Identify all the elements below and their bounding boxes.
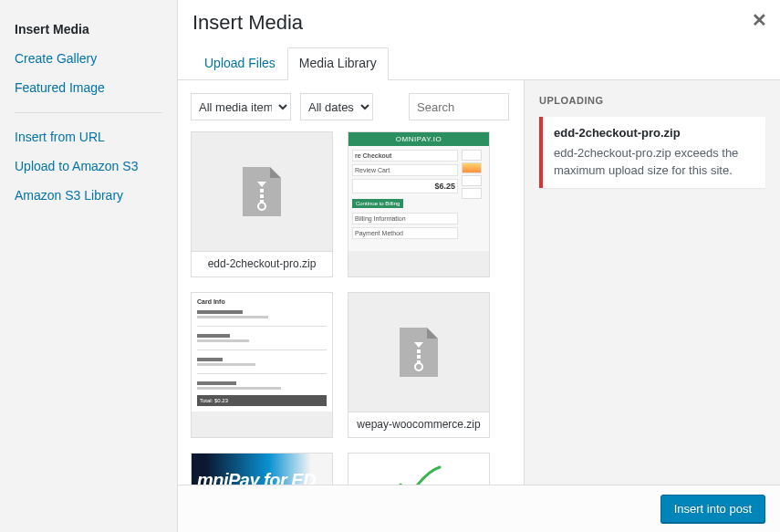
page-title: Insert Media <box>192 11 765 35</box>
upload-error-notice: edd-2checkout-pro.zip edd-2checkout-pro.… <box>539 117 765 187</box>
content-body: All media items All dates <box>178 80 780 485</box>
media-tabs: Upload Files Media Library <box>178 35 780 80</box>
mock-banner-text: OMNIPAY.IO <box>348 132 489 146</box>
zip-file-icon <box>243 167 281 216</box>
attachment-details-panel: UPLOADING edd-2checkout-pro.zip edd-2che… <box>525 80 780 485</box>
attachment-thumb: Card Info Total: $0.23 <box>192 293 332 412</box>
attachment-item[interactable]: OMNIPAY.IO re Checkout Review Cart $6.25… <box>348 131 490 277</box>
uploading-heading: UPLOADING <box>539 95 765 106</box>
content-header: Insert Media <box>178 0 780 35</box>
attachment-item[interactable]: edd-2checkout-pro.zip <box>191 131 333 277</box>
close-icon[interactable]: ✕ <box>752 9 767 31</box>
sidebar-item-amazon-s3-library[interactable]: Amazon S3 Library <box>0 181 177 210</box>
zip-file-icon <box>400 328 438 377</box>
attachment-filename: wepay-woocommerce.zip <box>348 412 489 437</box>
tab-media-library[interactable]: Media Library <box>287 47 389 80</box>
attachments-browser: All media items All dates <box>178 80 525 485</box>
attachments-grid-scroll[interactable]: edd-2checkout-pro.zip OMNIPAY.IO <box>191 131 522 485</box>
attachments-grid: edd-2checkout-pro.zip OMNIPAY.IO <box>191 131 520 485</box>
upload-filename: edd-2checkout-pro.zip <box>554 126 754 140</box>
upload-error-message: edd-2checkout-pro.zip exceeds the maximu… <box>554 145 754 178</box>
sidebar-item-insert-from-url[interactable]: Insert from URL <box>0 122 177 151</box>
attachment-item[interactable] <box>348 453 490 485</box>
attachment-thumb <box>348 454 489 485</box>
insert-media-modal: Insert Media Create Gallery Featured Ima… <box>0 0 780 532</box>
sidebar-item-upload-amazon-s3[interactable]: Upload to Amazon S3 <box>0 151 177 181</box>
attachment-thumb <box>348 293 489 412</box>
sidebar-item-featured-image[interactable]: Featured Image <box>0 73 177 102</box>
modal-footer: Insert into post <box>178 485 780 532</box>
attachment-thumb: mniPay for ED <box>192 454 332 485</box>
tab-upload-files[interactable]: Upload Files <box>192 47 287 80</box>
checkmark-icon <box>396 462 442 485</box>
attachment-item[interactable]: wepay-woocommerce.zip <box>348 292 490 438</box>
attachment-thumb: OMNIPAY.IO re Checkout Review Cart $6.25… <box>348 132 489 251</box>
media-toolbar: All media items All dates <box>191 93 509 120</box>
sidebar-item-create-gallery[interactable]: Create Gallery <box>0 44 177 73</box>
attachment-thumb <box>192 132 332 251</box>
attachment-filename: edd-2checkout-pro.zip <box>192 251 332 276</box>
insert-into-post-button[interactable]: Insert into post <box>660 495 765 523</box>
media-frame-content: ✕ Insert Media Upload Files Media Librar… <box>178 0 780 532</box>
sidebar-separator <box>15 112 162 113</box>
modal-body: Insert Media Create Gallery Featured Ima… <box>0 0 780 532</box>
media-frame-menu: Insert Media Create Gallery Featured Ima… <box>0 0 178 532</box>
search-input[interactable] <box>409 93 509 120</box>
filter-date-select[interactable]: All dates <box>300 93 373 120</box>
attachment-item[interactable]: mniPay for ED <box>191 453 333 485</box>
filter-type-select[interactable]: All media items <box>191 93 291 120</box>
sidebar-item-insert-media[interactable]: Insert Media <box>0 15 177 44</box>
attachment-item[interactable]: Card Info Total: $0.23 <box>191 292 333 438</box>
